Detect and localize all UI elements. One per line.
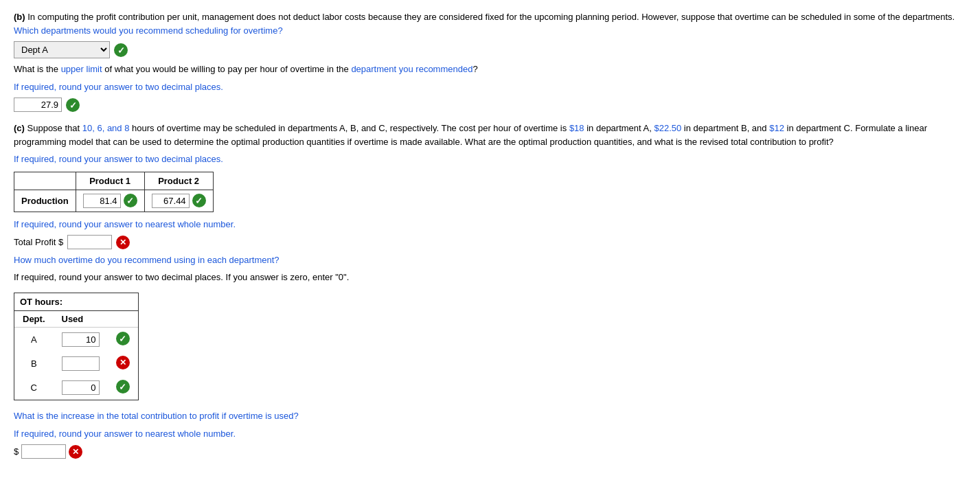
ot-check-a-icon bbox=[116, 332, 130, 345]
prod-val2-input[interactable] bbox=[152, 194, 190, 208]
section-b-instruction: If required, round your answer to two de… bbox=[14, 80, 966, 94]
ot-col-dept: Dept. bbox=[14, 311, 54, 328]
ot-x-b-icon bbox=[116, 356, 130, 369]
prod-val1-cell bbox=[76, 190, 144, 212]
ot-row-c: C bbox=[14, 376, 138, 400]
ot-input-b[interactable] bbox=[62, 356, 100, 371]
dollar-sign: $ bbox=[14, 446, 19, 457]
section-b: (b) In computing the profit contribution… bbox=[14, 10, 966, 112]
prod-val2-check-icon bbox=[192, 194, 206, 207]
ot-input-a[interactable] bbox=[62, 332, 100, 347]
ot-status-b bbox=[108, 352, 138, 376]
ot-table-container: OT hours: Dept. Used A bbox=[14, 293, 139, 400]
ot-col-used: Used bbox=[54, 311, 108, 328]
prod-val1-check-icon bbox=[124, 194, 137, 207]
total-profit-label: Total Profit $ bbox=[14, 237, 63, 247]
production-row: Production bbox=[14, 190, 214, 212]
ot-used-a-cell bbox=[54, 328, 108, 352]
section-c-instruction2: If required, round your answer to neares… bbox=[14, 218, 966, 231]
prod-val2-cell bbox=[144, 190, 213, 212]
ot-instruction: If required, round your answer to two de… bbox=[14, 271, 966, 284]
ot-used-c-cell bbox=[54, 376, 108, 400]
section-c-instruction1: If required, round your answer to two de… bbox=[14, 152, 966, 166]
prod-val1-group bbox=[83, 194, 137, 208]
ot-question: How much overtime do you recommend using… bbox=[14, 253, 966, 267]
prod-table-col2: Product 2 bbox=[144, 172, 213, 190]
total-profit-input[interactable] bbox=[67, 235, 112, 249]
ot-dept-a: A bbox=[14, 328, 54, 352]
prod-row-label: Production bbox=[14, 190, 76, 212]
increase-input[interactable] bbox=[21, 444, 66, 459]
increase-instruction: If required, round your answer to neares… bbox=[14, 427, 966, 441]
total-profit-row: Total Profit $ bbox=[14, 235, 966, 249]
increase-question: What is the increase in the total contri… bbox=[14, 409, 966, 423]
ot-table-header: OT hours: bbox=[14, 293, 138, 311]
prod-val2-group bbox=[152, 194, 206, 208]
section-b-text2: Which departments would you recommend sc… bbox=[14, 25, 283, 36]
section-b-question2: What is the upper limit of what you woul… bbox=[14, 62, 966, 76]
ot-used-b-cell bbox=[54, 352, 108, 376]
section-b-label: (b) bbox=[14, 12, 25, 22]
prod-val1-input[interactable] bbox=[83, 194, 121, 208]
section-c-label: (c) bbox=[14, 123, 25, 133]
section-c: (c) Suppose that 10, 6, and 8 hours of o… bbox=[14, 122, 966, 459]
prod-table-col1: Product 1 bbox=[76, 172, 144, 190]
dept-dropdown-check-icon bbox=[114, 43, 128, 57]
overtime-limit-row bbox=[14, 98, 966, 112]
ot-row-a: A bbox=[14, 328, 138, 352]
ot-input-c[interactable] bbox=[62, 380, 100, 395]
dept-dropdown[interactable]: Dept A Dept B Dept C bbox=[14, 41, 110, 58]
dept-dropdown-row: Dept A Dept B Dept C bbox=[14, 41, 966, 58]
ot-status-c bbox=[108, 376, 138, 400]
increase-x-icon bbox=[69, 445, 82, 459]
overtime-limit-input[interactable] bbox=[14, 98, 62, 112]
ot-check-c-icon bbox=[116, 380, 130, 393]
increase-row: $ bbox=[14, 444, 966, 459]
prod-table-header-empty bbox=[14, 172, 76, 190]
section-c-text1: Suppose that 10, 6, and 8 hours of overt… bbox=[14, 123, 927, 147]
ot-status-a bbox=[108, 328, 138, 352]
section-b-text1: In computing the profit contribution per… bbox=[27, 12, 955, 22]
ot-dept-c: C bbox=[14, 376, 54, 400]
ot-row-b: B bbox=[14, 352, 138, 376]
total-profit-x-icon bbox=[116, 236, 130, 249]
ot-dept-b: B bbox=[14, 352, 54, 376]
overtime-limit-check-icon bbox=[66, 98, 80, 112]
ot-col-status bbox=[108, 311, 138, 328]
ot-table: Dept. Used A bbox=[14, 311, 138, 400]
production-table: Product 1 Product 2 Production bbox=[14, 172, 214, 212]
